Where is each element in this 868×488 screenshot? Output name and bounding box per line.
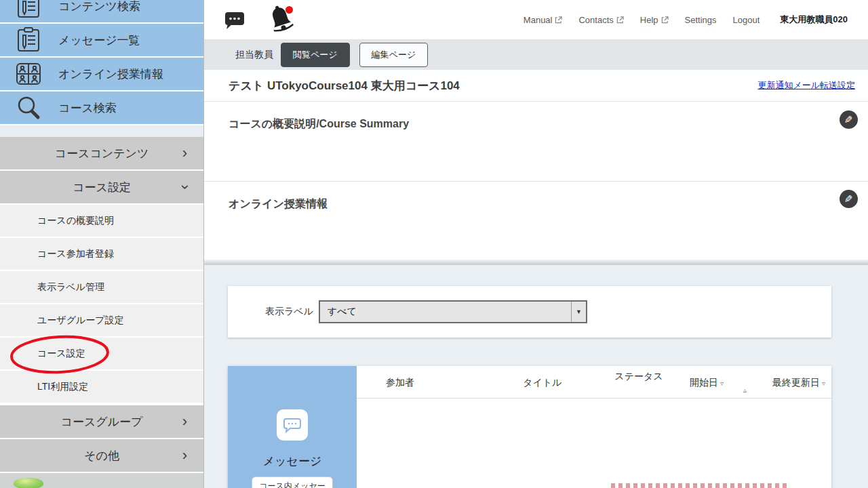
current-username: 東大用教職員020: [780, 14, 848, 26]
course-message-button[interactable]: コース内メッセー: [252, 476, 333, 488]
filter-label: 表示ラベル: [265, 286, 313, 338]
chevron-right-icon: ›: [182, 146, 187, 161]
sidebar-item-label: ユーザグループ設定: [37, 314, 124, 327]
edit-pencil-button[interactable]: ✎: [840, 190, 858, 208]
notification-badge: [285, 6, 293, 14]
update-notification-mail-link[interactable]: 更新通知メール転送設定: [757, 79, 855, 92]
sidebar-item-message-list[interactable]: メッセージ一覧: [0, 24, 203, 56]
column-header-participants[interactable]: 参加者: [386, 377, 414, 389]
course-summary-section: コースの概要説明/Course Summary ✎: [204, 102, 868, 182]
sidebar-group-label: その他: [84, 448, 119, 464]
sidebar-item-course-search[interactable]: コース検索: [0, 92, 203, 124]
sidebar-group-course-group[interactable]: コースグループ ›: [0, 405, 203, 438]
column-header-last-updated[interactable]: 最終更新日▿: [772, 377, 825, 389]
sort-descending-icon: ▿: [720, 380, 724, 387]
column-header-start-date[interactable]: 開始日▿: [690, 377, 724, 389]
sidebar-item-label: コンテンツ検索: [58, 0, 140, 14]
settings-link[interactable]: Settings: [685, 15, 717, 25]
section-title: オンライン授業情報: [229, 197, 328, 211]
contacts-link[interactable]: Contacts: [578, 15, 623, 25]
sidebar-group-course-settings[interactable]: コース設定 ›: [0, 171, 203, 203]
lms-app: コンテンツ検索 メッセージ一覧: [0, 0, 868, 488]
sidebar-item-content-search[interactable]: コンテンツ検索: [0, 0, 203, 22]
clipboard-icon: [15, 0, 42, 20]
sort-descending-icon: ▿: [822, 380, 825, 387]
top-bar: Manual Contacts Help Settings Logout 東大用…: [204, 0, 868, 39]
sidebar-divider: [0, 125, 203, 137]
people-grid-icon: [15, 60, 42, 87]
page-title: テスト UTokyoCourse104 東大用コース104: [204, 78, 460, 94]
sidebar-item-online-class-info[interactable]: オンライン授業情報: [0, 58, 203, 90]
sidebar-footer: [0, 473, 203, 488]
pencil-icon: ✎: [844, 114, 853, 126]
selected-option: すべて: [320, 306, 571, 318]
section-bottom-shadow: [204, 260, 868, 265]
sidebar-item-label: コース設定: [37, 348, 85, 360]
message-table-card: 参加者 タイトル ステータス ▵ 開始日▿ 最終更新日▿ メッセ: [228, 366, 831, 488]
sidebar-group-others[interactable]: その他 ›: [0, 439, 203, 472]
chevron-right-icon: ›: [182, 414, 187, 429]
sidebar-group-course-contents[interactable]: コースコンテンツ ›: [0, 137, 203, 169]
sidebar-item-lti-settings[interactable]: LTI利用設定: [0, 371, 203, 403]
title-bar: テスト UTokyoCourse104 東大用コース104 更新通知メール転送設…: [204, 70, 868, 102]
dropdown-arrow-icon: ▼: [571, 302, 586, 322]
sidebar-item-label: オンライン授業情報: [58, 66, 163, 82]
chevron-down-icon: ›: [182, 180, 187, 195]
external-link-icon: [555, 16, 562, 24]
clipboard-icon: [15, 26, 42, 54]
external-link-icon: [616, 16, 624, 24]
sidebar-item-label: 表示ラベル管理: [37, 281, 104, 293]
role-label: 担当教員: [235, 49, 273, 61]
sidebar-group-label: コースコンテンツ: [55, 146, 149, 161]
sidebar-item-course-settings[interactable]: コース設定: [0, 338, 203, 369]
messages-icon[interactable]: [225, 12, 245, 30]
mascot-icon: [14, 478, 43, 488]
main-area: Manual Contacts Help Settings Logout 東大用…: [204, 0, 868, 488]
section-title: コースの概要説明/Course Summary: [229, 117, 409, 131]
sidebar-item-participant-registration[interactable]: コース参加者登録: [0, 238, 203, 270]
message-bubble-icon: [277, 409, 308, 441]
sidebar-item-label: LTI利用設定: [37, 381, 88, 393]
clipped-text-fragment: [611, 483, 789, 488]
sidebar-item-label: コース検索: [58, 100, 117, 116]
sidebar-item-display-label-management[interactable]: 表示ラベル管理: [0, 271, 203, 303]
chevron-right-icon: ›: [182, 448, 187, 463]
tab-view-page[interactable]: 閲覧ページ: [281, 43, 350, 67]
sidebar-item-course-summary[interactable]: コースの概要説明: [0, 205, 203, 237]
sidebar-item-label: コースの概要説明: [37, 215, 114, 227]
sort-ascending-icon[interactable]: ▵: [743, 386, 747, 394]
sidebar-group-label: コースグループ: [61, 414, 143, 430]
edit-pencil-button[interactable]: ✎: [840, 110, 858, 129]
search-icon: [15, 94, 42, 121]
display-label-select[interactable]: すべて ▼: [319, 300, 587, 323]
display-label-filter-card: 表示ラベル すべて ▼: [228, 286, 831, 338]
sidebar-item-label: コース参加者登録: [37, 248, 114, 260]
online-class-info-section: オンライン授業情報 ✎: [204, 182, 868, 260]
sidebar-item-user-group-settings[interactable]: ユーザグループ設定: [0, 304, 203, 336]
sidebar-item-label: メッセージ一覧: [58, 33, 140, 48]
page-tab-bar: 担当教員 閲覧ページ 編集ページ: [204, 39, 868, 70]
pencil-icon: ✎: [844, 193, 853, 205]
external-link-icon: [661, 16, 669, 24]
logout-link[interactable]: Logout: [733, 15, 760, 25]
top-links: Manual Contacts Help Settings Logout 東大用…: [524, 0, 868, 39]
tab-edit-page[interactable]: 編集ページ: [359, 43, 429, 67]
manual-link[interactable]: Manual: [524, 15, 563, 25]
table-header-row: 参加者 タイトル ステータス ▵ 開始日▿ 最終更新日▿: [357, 366, 831, 399]
column-header-status[interactable]: ステータス: [614, 371, 663, 383]
sidebar: コンテンツ検索 メッセージ一覧: [0, 0, 204, 488]
message-category-cell: メッセージ コース内メッセー: [228, 366, 357, 488]
sidebar-group-label: コース設定: [73, 180, 131, 195]
message-panel-title: メッセージ: [228, 453, 357, 469]
help-link[interactable]: Help: [640, 15, 669, 25]
column-header-title[interactable]: タイトル: [523, 377, 561, 389]
notifications-bell-icon[interactable]: [268, 4, 295, 34]
